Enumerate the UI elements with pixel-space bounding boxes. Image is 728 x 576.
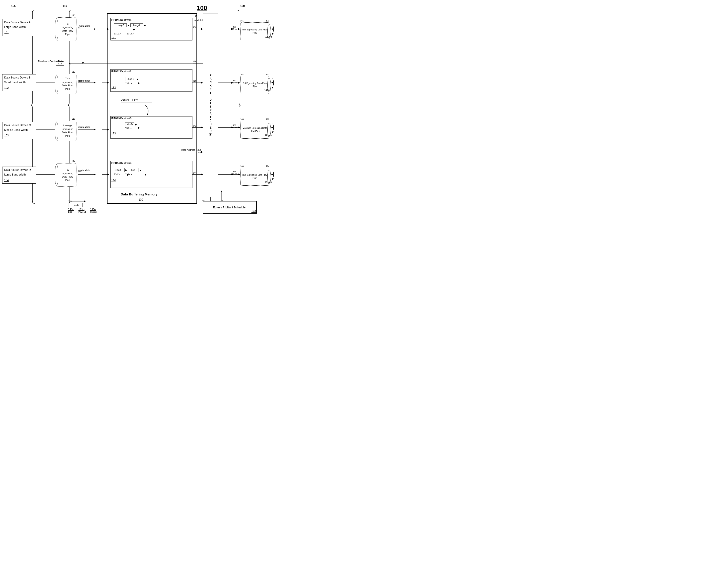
egress-arbiter-ref: 170 xyxy=(251,210,256,213)
fifo1-ref: 131 xyxy=(111,36,116,39)
svg-marker-15 xyxy=(94,174,96,175)
fifo3-item-ref-d: 133d↗ xyxy=(125,127,132,129)
egress-pipe-163: 163 173 Matched Egressing Data Flow Pipe xyxy=(240,118,269,139)
svg-marker-65 xyxy=(272,82,274,84)
svg-marker-57 xyxy=(133,29,135,30)
svg-rect-25 xyxy=(111,18,192,40)
svg-marker-17 xyxy=(107,28,109,30)
read-ref-144: 144 xyxy=(193,172,196,174)
source-103-ref: 103 xyxy=(4,134,34,138)
bw-ref-153: 153 8B /cc xyxy=(232,124,237,128)
source-device-101: Data Source Device A Large Band Width 10… xyxy=(2,19,36,36)
source-device-102: Data Source Device B Small Band Width 10… xyxy=(2,74,36,91)
svg-marker-19 xyxy=(107,82,109,84)
pipe-112-ref: 112 xyxy=(71,71,75,73)
pipe-111-ref: 111 xyxy=(71,14,75,17)
egress-ref-179: 179 xyxy=(219,199,223,202)
fifo2-ref: 132 xyxy=(111,86,116,89)
svg-marker-73 xyxy=(238,82,240,84)
svg-marker-67 xyxy=(272,126,274,128)
memory-label: Data Buffering Memory xyxy=(121,192,158,196)
read-data-label: read data xyxy=(194,19,204,22)
svg-marker-58 xyxy=(138,82,140,84)
rate-164: 2B/cc xyxy=(265,181,272,183)
source-101-ref: 101 xyxy=(4,31,34,35)
fifo2-label: FIFO#2 Depth=#2 xyxy=(111,70,131,73)
egress-group-ref: 160 xyxy=(240,4,245,8)
svg-marker-63 xyxy=(272,28,274,30)
svg-marker-21 xyxy=(107,129,109,131)
fifo2-item-ref-c: 132c↗ xyxy=(125,82,132,85)
fifo1-label: FIFO#1 Depth=#1 xyxy=(111,19,131,21)
packet-dispatcher-box: PACKETDISPATCHER(S) xyxy=(203,13,218,197)
svg-marker-13 xyxy=(94,129,96,131)
egress-pipe-164: 164 174 Thin Egressing Data Flow Pipe xyxy=(240,165,269,185)
source-101-device: Data Source Device A xyxy=(4,21,34,24)
rate-163: 8B/cc xyxy=(265,134,272,136)
svg-rect-27 xyxy=(111,116,192,139)
fifo1-item-a: ..Long-A.. xyxy=(130,24,143,27)
svg-marker-80 xyxy=(272,132,274,133)
bw-ref-152: 152 8B /cc xyxy=(232,79,237,84)
svg-marker-36 xyxy=(201,174,203,175)
svg-marker-77 xyxy=(238,174,240,175)
source-104-bw: Large Band Width xyxy=(4,173,34,177)
source-device-104: Data Source Device D Large Band Width 10… xyxy=(2,167,36,183)
svg-marker-81 xyxy=(272,178,274,180)
fifo1-item-refs: 131b↗ 131a↗ xyxy=(114,32,134,35)
svg-marker-71 xyxy=(238,28,240,30)
source-103-device: Data Source Device C xyxy=(4,123,34,127)
fifo4-items: Short-F ▶ Short-E ▶ xyxy=(114,168,142,172)
source-101-bw: Large Band Width xyxy=(4,25,34,29)
pipe-114-ref: 114 xyxy=(71,160,75,163)
fifo3-items: Mid-D ▶ xyxy=(125,122,137,126)
source-104-device: Data Source Device D xyxy=(4,168,34,172)
fifo3-item-d: Mid-D xyxy=(125,122,134,126)
fifo4-ref: 134 xyxy=(111,179,116,182)
svg-marker-79 xyxy=(272,87,274,89)
write-data-114: write data xyxy=(79,169,90,172)
packet-dispatcher-label: PACKETDISPATCHER(S) xyxy=(208,73,213,137)
ingress-pipe-112: ThinIngressingData FlowPipe 112 xyxy=(56,74,77,94)
ingress-pipe-114: FatIngressingData FlowPipe 114 xyxy=(56,163,77,187)
fifo4-item-refs: 134f↗ 134e↗ xyxy=(114,173,132,176)
feedback-line-ref-156-right: 156 xyxy=(193,60,196,63)
source-device-103: Data Source Device C Median Band Width 1… xyxy=(2,122,36,139)
egress-arbiter-label: Egress Arbiter / Scheduler xyxy=(213,206,246,209)
feedback-ref-116: 116 xyxy=(56,61,64,65)
read-ref-142: 142 xyxy=(193,80,196,83)
svg-marker-78 xyxy=(272,33,274,35)
svg-marker-32 xyxy=(201,82,203,84)
source-103-bw: Median Band Width xyxy=(4,128,34,132)
fifo3-label: FIFO#3 Depth=#3 xyxy=(111,117,131,120)
svg-marker-61 xyxy=(145,174,147,176)
fifo2-items: Short-C ▶ xyxy=(125,77,139,81)
svg-marker-59 xyxy=(138,127,140,129)
svg-marker-69 xyxy=(272,174,274,175)
write-data-113: write data xyxy=(79,126,90,128)
bw-ref-154: 154 8B /cc xyxy=(232,170,237,175)
rate-161: 1B/cc xyxy=(265,35,272,38)
svg-marker-56 xyxy=(201,151,203,153)
fifo4-item-f: Short-F xyxy=(114,168,124,172)
svg-rect-26 xyxy=(111,69,192,92)
read-ref-141: 141 xyxy=(193,26,196,28)
egress-pipe-161: 161 171 Thin Egressing Data Flow Pipe xyxy=(240,20,269,40)
diagram-svg xyxy=(0,0,274,217)
fifo4-label: FIFO#4 Depth=#4 xyxy=(111,162,131,164)
fifo2-item-c: Short-C xyxy=(125,77,136,81)
pipes-group-ref: 110 xyxy=(63,4,67,8)
svg-marker-54 xyxy=(220,191,222,192)
svg-marker-75 xyxy=(238,126,240,128)
packet-struct: 115 Header 115cECC 115bPayload 115aHeade… xyxy=(68,200,97,213)
svg-marker-23 xyxy=(107,174,109,175)
fifo1-item-b: ..Long-B.. xyxy=(114,24,127,27)
svg-marker-34 xyxy=(201,126,203,128)
ingress-pipe-111: FatIngressingData FlowPipe 111 xyxy=(56,18,77,41)
write-data-111: write data xyxy=(79,25,90,27)
egress-ref-145: 145 xyxy=(201,199,205,202)
read-address-label: Read Address Input 149 xyxy=(181,149,201,153)
svg-marker-40 xyxy=(69,63,70,65)
pipe-113-ref: 113 xyxy=(71,118,75,120)
main-ref: 100 xyxy=(197,4,207,11)
